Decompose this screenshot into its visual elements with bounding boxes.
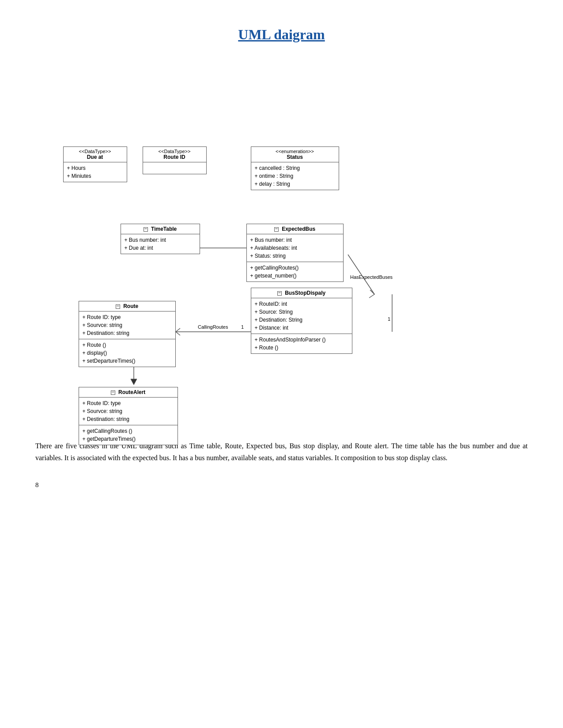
uml-diagram: HasExpectedBuses 1 1 CallingRoutes <<Dat… <box>39 60 525 422</box>
expectedbus-attributes: + Bus number: int + Availableseats: int … <box>247 234 343 262</box>
title-link: UML daigram <box>238 26 325 42</box>
routealert-attributes: + Route ID: type + Sourvce: string + Des… <box>79 398 178 425</box>
minimize-icon <box>144 227 148 232</box>
due-at-box: <<DataType>> Due at + Hours + Miniutes <box>63 146 127 182</box>
busstop-attributes: + RouteID: int + Source: String + Destin… <box>251 298 352 334</box>
minimize-icon-3 <box>116 304 120 309</box>
svg-marker-7 <box>131 379 137 385</box>
calling-routes-label: CallingRoutes <box>198 324 228 330</box>
status-attributes: + cancelled : String + ontime : String +… <box>251 162 339 190</box>
route-id-attributes <box>143 162 206 174</box>
busstop-methods: + RoutesAndStopInfoParser () + Route () <box>251 334 352 353</box>
timetable-attributes: + Bus number: int + Due at: int <box>121 234 200 254</box>
route-attributes: + Route ID: type + Sourvce: string + Des… <box>79 311 175 339</box>
svg-text:1: 1 <box>241 324 244 330</box>
expectedbus-methods: + getCallingRoutes() + getseat_number() <box>247 262 343 281</box>
svg-text:1: 1 <box>388 316 390 322</box>
expectedbus-box: ExpectedBus + Bus number: int + Availabl… <box>246 224 344 282</box>
has-expected-buses-label: HasExpectedBuses <box>350 274 393 280</box>
due-at-attributes: + Hours + Miniutes <box>64 162 127 182</box>
page-title: UML daigram <box>35 26 528 43</box>
minimize-icon-2 <box>274 227 279 232</box>
route-box: Route + Route ID: type + Sourvce: string… <box>79 301 176 367</box>
minimize-icon-4 <box>277 291 282 296</box>
route-methods: + Route () + display() + setDepartureTim… <box>79 339 175 367</box>
route-id-box: <<DataType>> Route ID <box>143 146 207 174</box>
busstop-box: BusStopDispaly + RouteID: int + Source: … <box>251 288 352 354</box>
routealert-methods: + getCallingRoutes () + getDepartureTime… <box>79 425 178 445</box>
status-box: <<enumeration>> Status + cancelled : Str… <box>251 146 339 190</box>
page-number: 8 <box>35 481 528 489</box>
timetable-box: TimeTable + Bus number: int + Due at: in… <box>121 224 200 254</box>
minimize-icon-5 <box>111 390 115 395</box>
routealert-box: RouteAlert + Route ID: type + Sourvce: s… <box>79 387 178 445</box>
